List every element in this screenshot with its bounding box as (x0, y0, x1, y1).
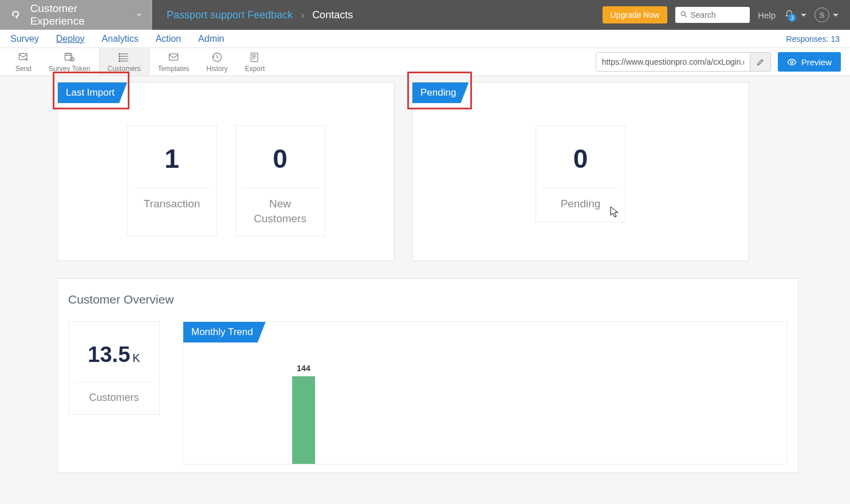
topbar: Customer Experience Passport support Fee… (0, 0, 850, 30)
pending-tag: Pending (412, 82, 469, 103)
account-menu[interactable]: S (814, 7, 839, 22)
overview-body: 13.5K Customers Monthly Trend 144 (68, 321, 788, 464)
topbar-right: Upgrade Now Help 3 S (603, 0, 850, 30)
svg-point-4 (119, 53, 120, 54)
stat-card-transaction: 1 Transaction (127, 125, 217, 237)
customers-label: Customers (74, 382, 154, 404)
caret-down-icon (136, 14, 142, 17)
stat-value: 0 (542, 143, 619, 174)
stat-label: Pending (542, 188, 619, 211)
customers-value: 13.5K (74, 342, 154, 367)
breadcrumb-current: Contacts (312, 9, 353, 21)
chart-bar (292, 376, 315, 464)
toolbar-right: Preview (593, 48, 843, 76)
send-icon (17, 52, 30, 63)
stat-label: Transaction (133, 188, 211, 211)
toolbar-label: History (206, 65, 227, 73)
toolbar-history[interactable]: History (198, 48, 236, 76)
nav-survey[interactable]: Survey (10, 34, 39, 44)
edit-url-button[interactable] (750, 53, 770, 71)
toolbar: Send Survey Token Customers Templates Hi… (0, 48, 850, 76)
notification-button[interactable]: 3 (784, 9, 806, 21)
nav-admin[interactable]: Admin (198, 34, 224, 44)
export-icon: X (249, 52, 261, 63)
survey-url-input[interactable] (596, 54, 750, 70)
stat-value: 0 (242, 143, 319, 174)
toolbar-label: Customers (108, 65, 141, 73)
toolbar-label: Send (15, 65, 32, 73)
last-import-cards: 1 Transaction 0 New Customers (58, 125, 394, 237)
nav-action[interactable]: Action (156, 34, 181, 44)
last-import-panel: Last Import 1 Transaction 0 New Customer… (57, 82, 395, 261)
breadcrumb-link[interactable]: Passport support Feedback (167, 9, 293, 21)
brand-label: Customer Experience (30, 2, 128, 27)
summary-row: Last Import 1 Transaction 0 New Customer… (57, 82, 798, 261)
svg-point-6 (119, 58, 120, 59)
page-content: Last Import 1 Transaction 0 New Customer… (0, 76, 850, 473)
customers-card: 13.5K Customers (68, 321, 160, 415)
last-import-tag: Last Import (58, 82, 127, 103)
stat-value: 1 (133, 143, 211, 174)
pending-panel: Pending 0 Pending (412, 82, 749, 261)
toolbar-survey-token[interactable]: Survey Token (40, 48, 99, 76)
svg-rect-2 (65, 53, 72, 60)
eye-icon (787, 57, 797, 67)
avatar: S (814, 7, 829, 22)
caret-down-icon (801, 14, 806, 17)
help-link[interactable]: Help (758, 10, 776, 20)
nav-analytics[interactable]: Analytics (102, 34, 139, 44)
breadcrumb: Passport support Feedback › Contacts (153, 0, 367, 30)
stat-card-pending: 0 Pending (536, 125, 625, 222)
customers-icon (118, 52, 131, 63)
toolbar-label: Export (245, 65, 265, 73)
history-icon (211, 52, 223, 63)
chevron-right-icon: › (301, 9, 304, 21)
brand-logo-icon (10, 9, 22, 21)
survey-url-box (596, 52, 771, 72)
pencil-icon (756, 58, 765, 66)
preview-button[interactable]: Preview (778, 52, 841, 72)
toolbar-templates[interactable]: Templates (149, 48, 198, 76)
caret-down-icon (833, 14, 839, 17)
svg-point-5 (119, 56, 120, 57)
overview-title: Customer Overview (68, 293, 788, 306)
chart-area: 144 (183, 368, 776, 464)
svg-point-7 (119, 60, 120, 61)
pending-cards: 0 Pending (412, 125, 749, 222)
upgrade-button[interactable]: Upgrade Now (603, 6, 668, 23)
customer-overview-panel: Customer Overview 13.5K Customers Monthl… (57, 278, 798, 473)
responses-count[interactable]: Responses: 13 (786, 34, 840, 44)
toolbar-send[interactable]: Send (7, 48, 40, 76)
toolbar-export[interactable]: X Export (237, 48, 274, 76)
stat-card-new-customers: 0 New Customers (235, 125, 325, 237)
stat-label: New Customers (242, 188, 319, 226)
svg-text:X: X (252, 54, 255, 58)
envelope-icon (167, 52, 180, 63)
notification-count: 3 (788, 14, 796, 22)
search-wrap (675, 7, 750, 23)
primary-nav: Survey Deploy Analytics Action Admin Res… (0, 30, 850, 48)
svg-point-12 (790, 61, 793, 63)
customers-unit: K (132, 352, 140, 364)
customers-number: 13.5 (88, 342, 130, 367)
monthly-trend-tag: Monthly Trend (183, 322, 266, 342)
chart-bar-label: 144 (297, 364, 310, 373)
product-switcher[interactable]: Customer Experience (0, 0, 153, 30)
nav-deploy[interactable]: Deploy (56, 34, 85, 44)
search-icon (680, 10, 688, 18)
toolbar-label: Survey Token (49, 65, 90, 73)
svg-rect-8 (169, 54, 178, 60)
toolbar-customers[interactable]: Customers (99, 48, 149, 76)
calendar-icon (62, 52, 76, 63)
toolbar-label: Templates (158, 65, 190, 73)
svg-point-0 (681, 11, 685, 15)
preview-label: Preview (801, 57, 832, 67)
monthly-trend-chart: Monthly Trend 144 (183, 321, 788, 464)
